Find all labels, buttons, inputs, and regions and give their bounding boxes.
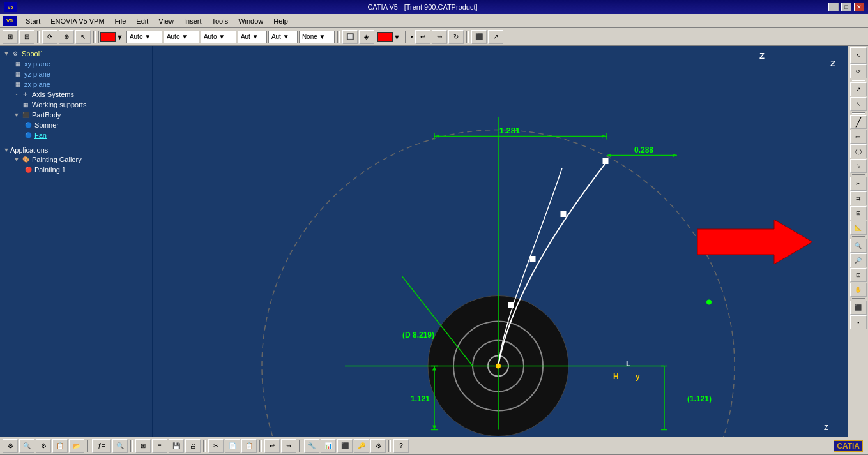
rt-circle-btn[interactable]: ◯: [850, 144, 867, 158]
viewport[interactable]: 1.281 0.288 1.121 (1.121) (D 8.219): [153, 46, 848, 437]
thickness-dropdown[interactable]: Auto ▼: [164, 31, 199, 43]
sb-layer-btn[interactable]: ≡: [152, 439, 167, 453]
sb-grid-btn[interactable]: ⊞: [135, 439, 151, 453]
tree-item-fan[interactable]: 🔵 Fan: [23, 130, 149, 140]
rt-line-btn[interactable]: ╱: [850, 115, 867, 129]
sb-extra2[interactable]: 📊: [321, 439, 336, 453]
sb-paste-btn[interactable]: 📋: [241, 439, 257, 453]
tree-item-applications[interactable]: ▼ Applications: [3, 145, 149, 154]
tree-item-yz-plane[interactable]: ▦ yz plane: [13, 69, 149, 79]
menu-edit[interactable]: Edit: [131, 16, 153, 26]
tree-item-painting-gallery[interactable]: ▼ 🎨 Painting Gallery: [13, 154, 149, 165]
tree-item-partbody[interactable]: ▼ ⬛ PartBody: [13, 110, 149, 120]
material-button[interactable]: ◈: [359, 30, 374, 44]
tree-label-spinner: Spinner: [34, 121, 59, 129]
menu-insert[interactable]: Insert: [179, 16, 207, 26]
cursor-button[interactable]: ↖: [75, 30, 91, 44]
rt-trim-btn[interactable]: ✂: [850, 177, 867, 191]
grid-button[interactable]: ⊞: [3, 30, 18, 44]
sb-sep4: [259, 440, 262, 452]
rt-offset-btn[interactable]: ⇉: [850, 191, 867, 205]
sb-extra4[interactable]: 🔑: [354, 439, 369, 453]
rt-zoom-out-btn[interactable]: 🔎: [850, 253, 867, 267]
viewport-canvas: 1.281 0.288 1.121 (1.121) (D 8.219): [153, 46, 848, 437]
rt-cursor2-btn[interactable]: ↖: [850, 97, 867, 111]
sb-formula-btn[interactable]: ƒ=: [92, 439, 111, 453]
sb-icon3[interactable]: ⚙: [36, 439, 51, 453]
rotate-button[interactable]: ⟳: [42, 30, 57, 44]
sb-help-btn[interactable]: ?: [393, 439, 409, 453]
menu-view[interactable]: View: [153, 16, 179, 26]
catia-bottom-logo: CATIA: [834, 440, 863, 452]
minimize-button[interactable]: _: [828, 3, 839, 11]
sb-redo2-btn[interactable]: ↪: [281, 439, 296, 453]
color-picker2[interactable]: ▼: [376, 31, 402, 43]
sb-icon5[interactable]: 📂: [69, 439, 84, 453]
tree-item-working-supports[interactable]: - ▦ Working supports: [13, 100, 149, 110]
sb-copy-btn[interactable]: 📄: [225, 439, 240, 453]
tree-label-spool1: Spool1: [22, 50, 43, 57]
close-button[interactable]: ✕: [854, 3, 864, 11]
sb-icon2[interactable]: 🔍: [19, 439, 34, 453]
tree-item-painting1[interactable]: 🔴 Painting 1: [23, 165, 149, 175]
menu-start[interactable]: Start: [20, 16, 45, 26]
sb-extra3[interactable]: ⬛: [337, 439, 353, 453]
rt-fit-btn[interactable]: ⊡: [850, 268, 867, 282]
redo-button[interactable]: ↪: [432, 30, 447, 44]
sb-sep5: [299, 440, 301, 452]
color-picker[interactable]: ▼: [98, 31, 125, 43]
layer-dropdown2[interactable]: Aut ▼: [268, 31, 298, 43]
rt-pan-btn[interactable]: ✋: [850, 283, 867, 297]
update-button[interactable]: ↻: [448, 30, 464, 44]
tree-item-axis[interactable]: - ✛ Axis Systems: [13, 89, 149, 100]
rt-measure-btn[interactable]: 📐: [850, 221, 867, 235]
rt-extra2-btn[interactable]: ▪: [850, 315, 867, 329]
tree-item-xy-plane[interactable]: ▦ xy plane: [13, 59, 149, 69]
sb-print-btn[interactable]: 🖨: [185, 439, 201, 453]
tree-item-zx-plane[interactable]: ▦ zx plane: [13, 79, 149, 89]
main-layout: ▼ ⚙ Spool1 ▦ xy plane ▦ yz plane ▦ zx pl…: [0, 46, 868, 437]
dot-btn: •: [410, 30, 414, 44]
tree-label-partbody: PartBody: [32, 111, 61, 119]
tree-collapse-handle[interactable]: [0, 46, 8, 437]
none-dropdown[interactable]: None ▼: [299, 31, 335, 43]
sb-icon4[interactable]: 📋: [52, 439, 68, 453]
window-controls: _ □ ✕: [828, 3, 864, 11]
sb-cut-btn[interactable]: ✂: [208, 439, 224, 453]
rt-sep3: [852, 174, 865, 175]
layer-dropdown1[interactable]: Aut ▼: [238, 31, 267, 43]
rt-rotate-btn[interactable]: ⟳: [850, 64, 867, 78]
sb-extra1[interactable]: 🔧: [304, 439, 319, 453]
view3d-button[interactable]: ⬛: [471, 30, 487, 44]
tree-item-spinner[interactable]: 🔵 Spinner: [23, 120, 149, 130]
linetype-dropdown[interactable]: Auto ▼: [126, 31, 162, 43]
view2d-button[interactable]: ↗: [488, 30, 503, 44]
rt-constraint-btn[interactable]: ⊞: [850, 206, 867, 220]
sb-file-btn[interactable]: 💾: [169, 439, 184, 453]
rt-zoom-in-btn[interactable]: 🔍: [850, 239, 867, 253]
rt-extra1-btn[interactable]: ⬛: [850, 301, 867, 315]
axis-icon: ✛: [20, 90, 31, 99]
rt-select-btn[interactable]: ↖: [850, 47, 867, 64]
menu-window[interactable]: Window: [233, 16, 268, 26]
maximize-button[interactable]: □: [841, 3, 851, 11]
rt-rect-btn[interactable]: ▭: [850, 130, 867, 144]
menu-tools[interactable]: Tools: [206, 16, 233, 26]
constraint-button[interactable]: ⊕: [59, 30, 74, 44]
rt-arrow-btn[interactable]: ↗: [850, 82, 867, 96]
undo-button[interactable]: ↩: [415, 30, 430, 44]
window-title: CATIA V5 - [Trent 900.CATProduct]: [17, 3, 828, 11]
snap-button[interactable]: ⊟: [19, 30, 34, 44]
filter-dropdown[interactable]: Auto ▼: [201, 31, 236, 43]
sb-extra5[interactable]: ⚙: [370, 439, 386, 453]
menu-help[interactable]: Help: [268, 16, 293, 26]
sep2: [93, 31, 96, 43]
render-button[interactable]: 🔲: [342, 30, 358, 44]
menu-file[interactable]: File: [110, 16, 132, 26]
svg-text:1.281: 1.281: [499, 126, 521, 135]
tree-item-spool1[interactable]: ▼ ⚙ Spool1: [3, 48, 149, 59]
menu-enovia[interactable]: ENOVIA V5 VPM: [45, 16, 109, 26]
sb-undo2-btn[interactable]: ↩: [264, 439, 280, 453]
rt-curve-btn[interactable]: ∿: [850, 159, 867, 173]
sb-search-btn[interactable]: 🔍: [112, 439, 128, 453]
